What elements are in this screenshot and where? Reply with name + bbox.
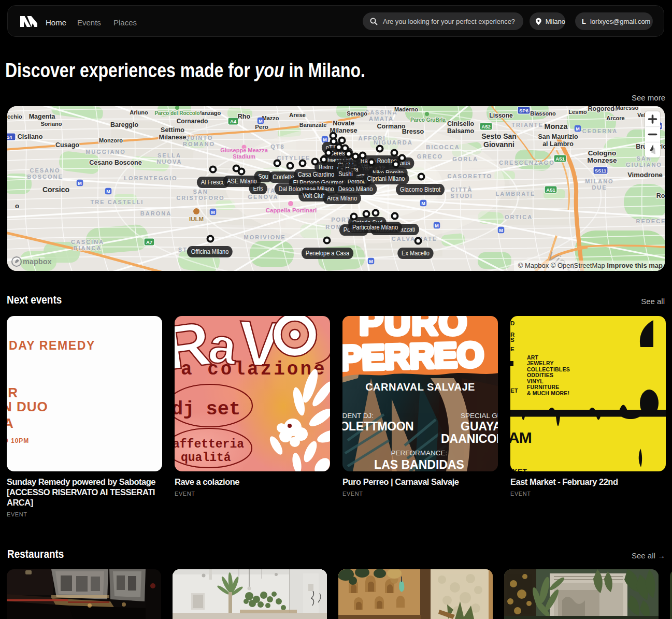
svg-text:QUINTO: QUINTO	[185, 135, 213, 141]
svg-text:CITTÀ: CITTÀ	[451, 186, 473, 193]
svg-text:dj set: dj set	[175, 398, 240, 420]
svg-text:Vanzago: Vanzago	[198, 110, 221, 116]
svg-text:Stadium: Stadium	[233, 153, 255, 160]
svg-text:LAS BANDIDAS: LAS BANDIDAS	[374, 458, 464, 471]
svg-text:Cisliano: Cisliano	[18, 133, 43, 140]
svg-text:o: o	[15, 202, 19, 210]
svg-text:M: M	[211, 210, 215, 215]
svg-text:Lesmo: Lesmo	[568, 109, 587, 115]
svg-text:Mazzo: Mazzo	[262, 115, 279, 121]
svg-text:AMATA: AMATA	[369, 116, 394, 122]
svg-text:BOSCONE: BOSCONE	[27, 174, 63, 180]
svg-text:GIULIANO: GIULIANO	[626, 162, 662, 168]
svg-text:Monza: Monza	[544, 122, 568, 131]
svg-text:CEDERNA: CEDERNA	[582, 128, 618, 134]
svg-text:Bareggio: Bareggio	[110, 121, 139, 128]
svg-text:PERFORMANCE:: PERFORMANCE:	[391, 449, 448, 457]
svg-text:A7: A7	[146, 239, 152, 245]
svg-text:Cusago: Cusago	[55, 141, 79, 149]
svg-text:Biassono: Biassono	[530, 110, 556, 117]
svg-text:Giovanni: Giovanni	[483, 140, 514, 149]
svg-text:Corsico: Corsico	[42, 185, 69, 194]
svg-text:IULM: IULM	[189, 216, 204, 222]
svg-text:BIANCA: BIANCA	[74, 245, 102, 251]
svg-text:BICOCCA: BICOCCA	[426, 144, 460, 150]
svg-text:M: M	[435, 223, 439, 228]
svg-text:A4: A4	[230, 119, 237, 124]
svg-text:Milanese: Milanese	[159, 134, 187, 141]
svg-text:LORENTEGGIO: LORENTEGGIO	[124, 175, 177, 181]
svg-text:M: M	[369, 259, 373, 264]
svg-text:cchio: cchio	[7, 113, 22, 120]
svg-text:SP6: SP6	[519, 108, 528, 113]
svg-text:Monzoro: Monzoro	[99, 137, 123, 143]
svg-text:TRIANTE: TRIANTE	[511, 122, 544, 128]
svg-text:M: M	[421, 201, 425, 206]
svg-text:Settimo: Settimo	[161, 126, 184, 134]
svg-text:Rogoredo: Rogoredo	[588, 106, 618, 112]
svg-text:GENOVA: GENOVA	[248, 194, 279, 200]
svg-text:MILANO: MILANO	[585, 178, 613, 184]
svg-text:VIOLETTMOON: VIOLETTMOON	[342, 420, 413, 433]
svg-text:SAN: SAN	[193, 189, 208, 195]
svg-text:CRISTOFORO: CRISTOFORO	[176, 195, 224, 201]
svg-text:M: M	[259, 119, 263, 124]
svg-text:a colazione: a colazione	[181, 359, 327, 380]
svg-text:San Maurizio: San Maurizio	[538, 133, 578, 140]
svg-text:Cologno: Cologno	[588, 149, 617, 157]
svg-text:GRECO: GRECO	[417, 153, 443, 160]
svg-text:affetteria: affetteria	[175, 438, 244, 451]
svg-text:Sesto San: Sesto San	[481, 132, 517, 140]
svg-text:Maresso: Maresso	[616, 106, 639, 111]
svg-text:M: M	[106, 189, 110, 194]
svg-text:ORTICA: ORTICA	[505, 214, 533, 220]
svg-text:Cinisello: Cinisello	[447, 120, 474, 127]
svg-text:STUDI: STUDI	[451, 193, 473, 199]
svg-text:Giuseppe Meazza: Giuseppe Meazza	[220, 147, 268, 153]
svg-text:A51: A51	[546, 187, 555, 193]
svg-text:GORLA: GORLA	[452, 156, 478, 162]
svg-text:M: M	[78, 181, 82, 186]
svg-text:SS11: SS11	[595, 168, 607, 174]
svg-text:al Lambro: al Lambro	[542, 140, 574, 148]
svg-text:Maderno: Maderno	[394, 106, 418, 112]
svg-text:S: S	[510, 337, 514, 343]
svg-text:& MUCH MORE!: & MUCH MORE!	[527, 390, 569, 396]
svg-text:Arluno: Arluno	[130, 109, 148, 116]
svg-text:Baranzate: Baranzate	[299, 122, 327, 128]
svg-text:MORIVIONE: MORIVIONE	[244, 234, 286, 240]
svg-text:mapbox: mapbox	[23, 257, 52, 266]
svg-text:M: M	[323, 137, 327, 142]
svg-text:A51: A51	[555, 156, 565, 162]
svg-text:Pero: Pero	[255, 124, 268, 130]
svg-text:NUOVA: NUOVA	[157, 159, 182, 165]
svg-text:Vimodrone: Vimodrone	[627, 171, 663, 179]
svg-text:Arcore: Arcore	[606, 115, 624, 121]
svg-text:ET: ET	[510, 387, 518, 394]
svg-text:MUGGIANO: MUGGIANO	[85, 149, 126, 155]
svg-text:DUE: DUE	[592, 184, 607, 191]
svg-text:A52: A52	[481, 124, 490, 129]
svg-text:PERREO: PERREO	[342, 335, 484, 377]
svg-text:ROMANO: ROMANO	[183, 141, 215, 147]
svg-text:Balsamo: Balsamo	[447, 127, 474, 135]
svg-text:Novate: Novate	[333, 120, 354, 127]
svg-text:DAANICONDA: DAANICONDA	[441, 432, 498, 445]
svg-text:Parco GruBrla: Parco GruBrla	[410, 117, 446, 123]
svg-text:D: D	[510, 320, 514, 326]
svg-text:QT8: QT8	[270, 143, 284, 150]
svg-text:Arese: Arese	[289, 112, 306, 118]
svg-text:Parco del Roccolo: Parco del Roccolo	[154, 110, 199, 116]
svg-text:Cappella Portinari: Cappella Portinari	[266, 207, 317, 213]
svg-text:CASCINA: CASCINA	[71, 239, 104, 245]
svg-text:M: M	[576, 126, 580, 132]
svg-text:TRE CASTELLI: TRE CASTELLI	[91, 199, 144, 205]
svg-text:E: E	[510, 346, 514, 352]
svg-text:Cormano: Cormano	[377, 123, 406, 130]
svg-text:Soriano: Soriano	[41, 121, 62, 127]
svg-text:14: 14	[7, 134, 12, 140]
svg-text:CASORETTO: CASORETTO	[448, 173, 493, 179]
svg-text:AM: AM	[510, 429, 532, 446]
svg-text:Rho: Rho	[238, 113, 251, 120]
svg-text:CASSINA: CASSINA	[365, 109, 398, 116]
